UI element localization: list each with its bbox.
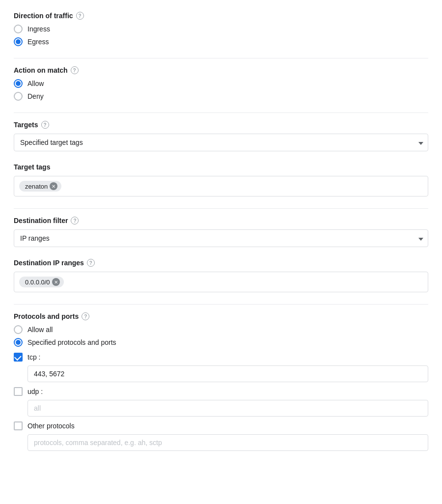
- protocols-label: Protocols and ports ?: [14, 312, 428, 320]
- target-tags-section: Target tags zenaton ✕: [14, 163, 428, 196]
- other-protocols-input-wrapper: [28, 434, 428, 451]
- direction-label: Direction of traffic ?: [14, 12, 428, 20]
- tcp-checkbox-item: tcp :: [14, 353, 428, 362]
- ip-range-tag: 0.0.0.0/0 ✕: [19, 277, 64, 287]
- destination-filter-section: Destination filter ? IP ranges Source IP…: [14, 217, 428, 247]
- divider-4: [14, 304, 428, 305]
- divider-2: [14, 112, 428, 113]
- destination-filter-label-text: Destination filter: [14, 217, 68, 224]
- destination-ip-input[interactable]: 0.0.0.0/0 ✕: [14, 272, 428, 292]
- destination-filter-select-wrapper: IP ranges Source IP ranges Subnets: [14, 229, 428, 247]
- targets-label-text: Targets: [14, 121, 38, 129]
- zenaton-tag-remove-button[interactable]: ✕: [50, 182, 57, 190]
- destination-ip-help-icon[interactable]: ?: [87, 259, 95, 267]
- zenaton-tag-text: zenaton: [25, 183, 48, 190]
- action-radio-group: Allow Deny: [14, 79, 428, 101]
- allow-radio-circle: [14, 79, 23, 88]
- deny-radio-item[interactable]: Deny: [14, 92, 428, 101]
- allow-radio-label: Allow: [28, 80, 44, 87]
- protocols-radio-group: Allow all Specified protocols and ports: [14, 325, 428, 347]
- destination-ip-label: Destination IP ranges ?: [14, 259, 428, 267]
- udp-checkbox-item: udp :: [14, 387, 428, 396]
- target-tags-label-text: Target tags: [14, 163, 50, 171]
- ingress-radio-item[interactable]: Ingress: [14, 25, 428, 33]
- udp-checkbox[interactable]: [14, 387, 23, 396]
- protocols-section: Protocols and ports ? Allow all Specifie…: [14, 312, 428, 451]
- targets-section: Targets ? All instances in the network S…: [14, 121, 428, 151]
- target-tags-label: Target tags: [14, 163, 428, 171]
- egress-radio-item[interactable]: Egress: [14, 37, 428, 46]
- direction-of-traffic-section: Direction of traffic ? Ingress Egress: [14, 12, 428, 46]
- other-checkbox[interactable]: [14, 421, 23, 430]
- action-label-text: Action on match: [14, 66, 68, 74]
- ip-range-tag-text: 0.0.0.0/0: [25, 279, 50, 286]
- allow-radio-item[interactable]: Allow: [14, 79, 428, 88]
- ingress-radio-label: Ingress: [28, 25, 50, 33]
- destination-filter-label: Destination filter ?: [14, 217, 428, 224]
- specified-radio-item[interactable]: Specified protocols and ports: [14, 338, 428, 347]
- action-label: Action on match ?: [14, 66, 428, 74]
- other-checkbox-item: Other protocols: [14, 421, 428, 430]
- targets-label: Targets ?: [14, 121, 428, 129]
- egress-radio-label: Egress: [28, 38, 49, 46]
- direction-label-text: Direction of traffic: [14, 12, 73, 20]
- destination-filter-select[interactable]: IP ranges Source IP ranges Subnets: [14, 229, 428, 247]
- targets-select[interactable]: All instances in the network Specified t…: [14, 134, 428, 151]
- allow-all-radio-circle: [14, 325, 23, 334]
- egress-radio-circle: [14, 37, 23, 46]
- tcp-checkbox-label: tcp :: [28, 353, 40, 361]
- allow-all-radio-label: Allow all: [28, 326, 53, 334]
- tcp-checkbox[interactable]: [14, 353, 23, 362]
- targets-select-wrapper: All instances in the network Specified t…: [14, 134, 428, 151]
- divider-3: [14, 208, 428, 209]
- protocols-label-text: Protocols and ports: [14, 312, 79, 320]
- direction-help-icon[interactable]: ?: [76, 12, 84, 20]
- targets-help-icon[interactable]: ?: [41, 121, 49, 129]
- udp-checkbox-label: udp :: [28, 388, 43, 395]
- destination-ip-label-text: Destination IP ranges: [14, 259, 84, 267]
- specified-radio-label: Specified protocols and ports: [28, 338, 116, 346]
- other-checkbox-label: Other protocols: [28, 422, 75, 430]
- destination-ip-section: Destination IP ranges ? 0.0.0.0/0 ✕: [14, 259, 428, 292]
- action-on-match-section: Action on match ? Allow Deny: [14, 66, 428, 101]
- divider-1: [14, 58, 428, 58]
- specified-radio-circle: [14, 338, 23, 347]
- direction-radio-group: Ingress Egress: [14, 25, 428, 46]
- destination-filter-help-icon[interactable]: ?: [71, 217, 79, 224]
- deny-radio-circle: [14, 92, 23, 101]
- protocols-help-icon[interactable]: ?: [82, 312, 89, 320]
- udp-port-row: [28, 400, 428, 417]
- ip-range-tag-remove-button[interactable]: ✕: [52, 278, 60, 286]
- zenaton-tag: zenaton ✕: [19, 181, 61, 192]
- action-help-icon[interactable]: ?: [71, 66, 79, 74]
- allow-all-radio-item[interactable]: Allow all: [14, 325, 428, 334]
- target-tags-input[interactable]: zenaton ✕: [14, 176, 428, 196]
- deny-radio-label: Deny: [28, 92, 44, 100]
- udp-port-input[interactable]: [28, 400, 428, 417]
- protocols-sub-options: tcp : udp : Other protocols: [14, 353, 428, 451]
- other-protocols-input[interactable]: [28, 434, 428, 451]
- ingress-radio-circle: [14, 25, 23, 33]
- tcp-port-row: [28, 365, 428, 382]
- tcp-port-input[interactable]: [28, 365, 428, 382]
